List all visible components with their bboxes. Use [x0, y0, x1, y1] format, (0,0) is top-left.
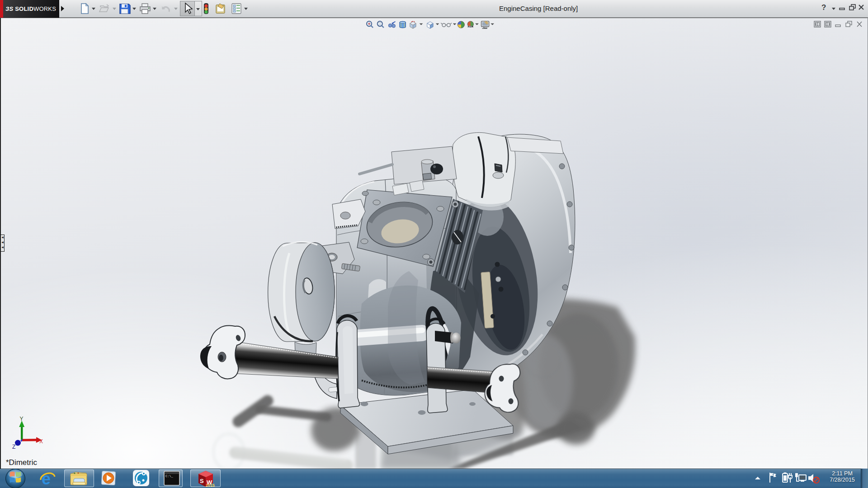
svg-text:C:\_: C:\_	[165, 474, 174, 478]
svg-text:2015: 2015	[206, 483, 215, 488]
svg-text:Z: Z	[12, 444, 15, 450]
svg-text:S: S	[200, 478, 204, 484]
svg-text:X: X	[39, 438, 43, 445]
svg-text:Y: Y	[20, 416, 24, 422]
